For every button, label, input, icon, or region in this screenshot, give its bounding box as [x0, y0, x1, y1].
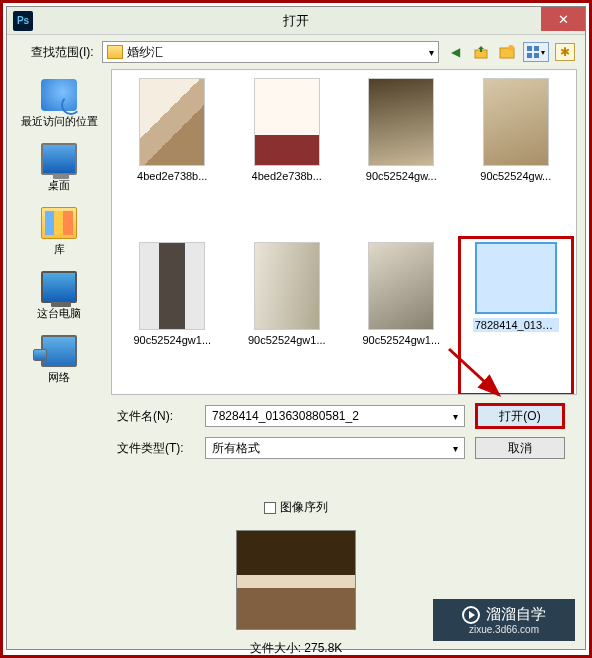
file-name: 90c52524gw1...: [248, 334, 326, 346]
play-icon: [462, 606, 480, 624]
dialog-title: 打开: [283, 12, 309, 30]
toolbar: 查找范围(I): 婚纱汇 ▾ ◀ ▾ ✱: [7, 35, 585, 69]
file-item[interactable]: 90c52524gw1...: [235, 242, 340, 395]
image-sequence-label: 图像序列: [280, 499, 328, 516]
new-folder-button[interactable]: [497, 42, 517, 62]
network-icon: [41, 335, 77, 367]
pc-icon: [41, 271, 77, 303]
libraries-icon: [41, 207, 77, 239]
chevron-down-icon: ▾: [429, 47, 434, 58]
place-thispc[interactable]: 这台电脑: [37, 271, 81, 321]
file-item[interactable]: 4bed2e738b...: [120, 78, 225, 238]
folder-icon: [107, 45, 123, 59]
file-item[interactable]: 90c52524gw...: [349, 78, 454, 238]
filename-value: 7828414_013630880581_2: [212, 409, 359, 423]
place-network[interactable]: 网络: [41, 335, 77, 385]
chevron-down-icon: ▾: [453, 443, 458, 454]
file-name: 4bed2e738b...: [252, 170, 322, 182]
filetype-select[interactable]: 所有格式 ▾: [205, 437, 465, 459]
thumbnail: [368, 242, 434, 330]
place-label: 最近访问的位置: [21, 114, 98, 129]
file-name: 90c52524gw...: [366, 170, 437, 182]
file-item[interactable]: 90c52524gw...: [464, 78, 569, 238]
selection-highlight: [458, 236, 575, 395]
open-dialog: Ps 打开 ✕ 查找范围(I): 婚纱汇 ▾ ◀ ▾ ✱: [6, 6, 586, 650]
filetype-label: 文件类型(T):: [117, 440, 195, 457]
svg-rect-4: [534, 46, 539, 51]
desktop-icon: [41, 143, 77, 175]
place-label: 这台电脑: [37, 306, 81, 321]
filesize-label: 文件大小: 275.8K: [250, 640, 343, 657]
file-name: 90c52524gw1...: [133, 334, 211, 346]
favorite-button[interactable]: ✱: [555, 43, 575, 61]
file-name: 90c52524gw1...: [362, 334, 440, 346]
place-label: 库: [54, 242, 65, 257]
file-item[interactable]: 90c52524gw1...: [349, 242, 454, 395]
svg-rect-5: [527, 53, 532, 58]
open-button[interactable]: 打开(O): [475, 403, 565, 429]
recent-icon: [41, 79, 77, 111]
thumbnail: [254, 242, 320, 330]
back-button[interactable]: ◀: [445, 42, 465, 62]
svg-rect-6: [534, 53, 539, 58]
place-libraries[interactable]: 库: [41, 207, 77, 257]
place-desktop[interactable]: 桌面: [41, 143, 77, 193]
thumbnail: [139, 78, 205, 166]
file-item[interactable]: 90c52524gw1...: [120, 242, 225, 395]
thumbnail: [483, 78, 549, 166]
lookin-combo[interactable]: 婚纱汇 ▾: [102, 41, 439, 63]
cancel-button[interactable]: 取消: [475, 437, 565, 459]
lookin-label: 查找范围(I):: [31, 44, 94, 61]
svg-rect-3: [527, 46, 532, 51]
lookin-value: 婚纱汇: [127, 44, 163, 61]
place-recent[interactable]: 最近访问的位置: [21, 79, 98, 129]
thumbnail: [139, 242, 205, 330]
app-icon: Ps: [13, 11, 33, 31]
file-item[interactable]: 4bed2e738b...: [235, 78, 340, 238]
place-label: 网络: [48, 370, 70, 385]
watermark-brand: 溜溜自学: [486, 605, 546, 624]
filename-input[interactable]: 7828414_013630880581_2 ▾: [205, 405, 465, 427]
places-bar: 最近访问的位置 桌面 库 这台电脑 网络: [7, 69, 111, 395]
thumbnail: [368, 78, 434, 166]
svg-point-2: [508, 45, 514, 51]
chevron-down-icon: ▾: [453, 411, 458, 422]
file-name: 4bed2e738b...: [137, 170, 207, 182]
close-button[interactable]: ✕: [541, 7, 585, 31]
watermark-url: zixue.3d66.com: [469, 624, 539, 635]
watermark: 溜溜自学 zixue.3d66.com: [433, 599, 575, 641]
thumbnail: [254, 78, 320, 166]
up-button[interactable]: [471, 42, 491, 62]
filetype-value: 所有格式: [212, 440, 260, 457]
view-menu-button[interactable]: ▾: [523, 42, 549, 62]
file-list[interactable]: 4bed2e738b... 4bed2e738b... 90c52524gw..…: [111, 69, 577, 395]
form-area: 文件名(N): 7828414_013630880581_2 ▾ 打开(O) 文…: [7, 395, 585, 475]
place-label: 桌面: [48, 178, 70, 193]
preview-thumbnail: [236, 530, 356, 630]
file-item-selected[interactable]: 7828414_013630880581_2: [464, 242, 569, 395]
filename-label: 文件名(N):: [117, 408, 195, 425]
image-sequence-checkbox[interactable]: [264, 502, 276, 514]
file-name: 90c52524gw...: [480, 170, 551, 182]
titlebar: Ps 打开 ✕: [7, 7, 585, 35]
